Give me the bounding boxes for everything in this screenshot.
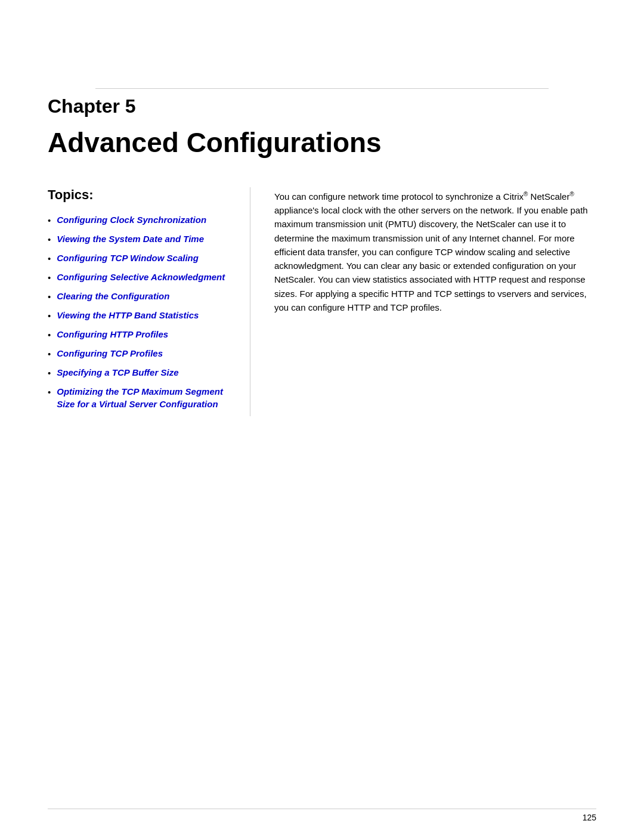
bullet-icon: • (48, 214, 51, 227)
page-number: 125 (583, 813, 596, 822)
topic-link-4[interactable]: Configuring Selective Acknowledgment (57, 271, 225, 283)
list-item: • Viewing the HTTP Band Statistics (48, 309, 232, 322)
bullet-icon: • (48, 386, 51, 398)
top-rule (95, 88, 549, 89)
topic-link-9[interactable]: Specifying a TCP Buffer Size (57, 366, 178, 379)
body-paragraph: You can configure network time protocol … (274, 190, 596, 314)
bullet-icon: • (48, 348, 51, 360)
topic-link-6[interactable]: Viewing the HTTP Band Statistics (57, 309, 199, 321)
list-item: • Configuring TCP Window Scaling (48, 252, 232, 265)
bullet-icon: • (48, 329, 51, 341)
topic-link-10[interactable]: Optimizing the TCP Maximum Segment Size … (57, 385, 232, 410)
topic-link-2[interactable]: Viewing the System Date and Time (57, 233, 204, 245)
topic-link-3[interactable]: Configuring TCP Window Scaling (57, 252, 199, 264)
list-item: • Configuring TCP Profiles (48, 347, 232, 360)
list-item: • Configuring Selective Acknowledgment (48, 271, 232, 284)
right-column: You can configure network time protocol … (274, 187, 596, 314)
list-item: • Clearing the Configuration (48, 290, 232, 303)
left-column: Topics: • Configuring Clock Synchronizat… (48, 187, 250, 416)
content-area: Chapter 5 Advanced Configurations Topics… (0, 0, 644, 464)
list-item: • Optimizing the TCP Maximum Segment Siz… (48, 385, 232, 410)
topic-link-8[interactable]: Configuring TCP Profiles (57, 347, 163, 360)
page-container: Chapter 5 Advanced Configurations Topics… (0, 0, 644, 833)
two-column-layout: Topics: • Configuring Clock Synchronizat… (48, 187, 596, 416)
list-item: • Specifying a TCP Buffer Size (48, 366, 232, 379)
topic-link-5[interactable]: Clearing the Configuration (57, 290, 169, 302)
topic-link-7[interactable]: Configuring HTTP Profiles (57, 328, 168, 340)
bullet-icon: • (48, 290, 51, 303)
bullet-icon: • (48, 252, 51, 265)
topics-heading: Topics: (48, 187, 232, 203)
bullet-icon: • (48, 233, 51, 246)
list-item: • Configuring HTTP Profiles (48, 328, 232, 341)
list-item: • Viewing the System Date and Time (48, 233, 232, 246)
bullet-icon: • (48, 271, 51, 284)
topic-link-1[interactable]: Configuring Clock Synchronization (57, 213, 206, 226)
chapter-label: Chapter 5 (48, 95, 596, 117)
bullet-icon: • (48, 309, 51, 322)
list-item: • Configuring Clock Synchronization (48, 213, 232, 227)
chapter-title: Advanced Configurations (48, 127, 596, 159)
bottom-rule (48, 809, 596, 809)
topics-list: • Configuring Clock Synchronization • Vi… (48, 213, 232, 410)
bullet-icon: • (48, 367, 51, 379)
